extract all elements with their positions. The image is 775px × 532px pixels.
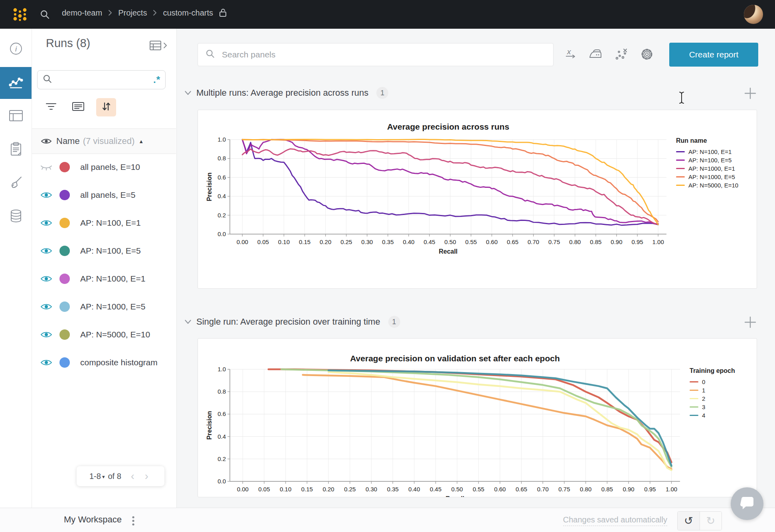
eye-icon[interactable]: [40, 219, 52, 227]
run-name[interactable]: AP: N=5000, E=10: [80, 330, 150, 339]
svg-text:0.40: 0.40: [408, 486, 420, 493]
workspace-name[interactable]: My Workspace: [64, 514, 122, 525]
svg-text:Precision: Precision: [206, 411, 213, 439]
svg-text:0.90: 0.90: [611, 238, 622, 245]
run-name[interactable]: all panels, E=5: [80, 190, 135, 200]
run-row[interactable]: AP: N=1000, E=1: [32, 265, 176, 293]
run-row[interactable]: composite histogram: [32, 349, 176, 376]
add-panel-button[interactable]: [744, 87, 757, 101]
runs-table-toggle[interactable]: [149, 40, 168, 53]
svg-text:0.15: 0.15: [301, 486, 313, 493]
undo-button[interactable]: ↺: [678, 512, 700, 530]
user-avatar[interactable]: [744, 5, 763, 24]
chevron-down-icon[interactable]: [184, 91, 192, 95]
display-options-button[interactable]: [68, 98, 88, 116]
prev-page-button[interactable]: ‹: [131, 470, 134, 483]
search-panels-input[interactable]: [221, 49, 502, 60]
workspace-menu-button[interactable]: [132, 515, 135, 528]
panel-card-avg-precision-across-runs[interactable]: Average precision across runs 0.000.050.…: [198, 110, 757, 289]
undo-redo-group: ↺ ↻: [677, 511, 722, 530]
run-row[interactable]: AP: N=1000, E=5: [32, 293, 176, 321]
svg-text:1.00: 1.00: [652, 238, 664, 245]
x-axis-settings-button[interactable]: x: [560, 45, 581, 65]
breadcrumb: demo-team Projects custom-charts: [62, 8, 227, 18]
run-row[interactable]: all panels, E=5: [32, 181, 176, 209]
eye-icon[interactable]: [40, 330, 52, 339]
autosave-status[interactable]: Changes saved automatically: [563, 515, 667, 526]
search-icon[interactable]: [40, 9, 50, 22]
outliers-button[interactable]: [611, 45, 632, 65]
svg-text:0.25: 0.25: [340, 238, 352, 245]
svg-text:Recall: Recall: [445, 495, 464, 497]
svg-text:0.50: 0.50: [445, 238, 456, 245]
eye-icon[interactable]: [40, 191, 52, 199]
page-size-caret-icon: ▾: [102, 474, 105, 480]
legend-label: AP: N=5000, E=10: [688, 182, 738, 189]
next-page-button[interactable]: ›: [145, 470, 148, 483]
legend-item: AP: N=100, E=5: [676, 156, 738, 164]
run-row[interactable]: AP: N=5000, E=10: [32, 321, 176, 349]
filter-button[interactable]: [41, 98, 61, 116]
run-name[interactable]: AP: N=100, E=1: [80, 218, 141, 228]
run-name[interactable]: composite histogram: [80, 358, 158, 367]
svg-text:Precision: Precision: [206, 172, 213, 201]
redo-button[interactable]: ↻: [700, 512, 722, 530]
runs-search-box[interactable]: .*: [37, 70, 166, 89]
legend-item: AP: N=1000, E=5: [676, 173, 738, 181]
run-name[interactable]: all panels, E=10: [80, 162, 140, 172]
panel-card-avg-precision-per-epoch[interactable]: Average precision on validation set afte…: [198, 338, 757, 497]
section-header-multiple-runs: Multiple runs: Average precision across …: [184, 87, 388, 99]
eye-icon[interactable]: [40, 246, 52, 255]
rail-item-panels[interactable]: [0, 100, 32, 132]
rail-item-artifacts[interactable]: [0, 201, 32, 233]
svg-text:0.85: 0.85: [590, 238, 601, 245]
svg-text:0.8: 0.8: [217, 388, 226, 395]
chart-legend: Run name AP: N=100, E=1AP: N=100, E=5AP:…: [676, 137, 738, 189]
svg-text:0.40: 0.40: [403, 238, 414, 245]
section-title[interactable]: Multiple runs: Average precision across …: [196, 88, 368, 98]
wandb-logo-icon[interactable]: [12, 6, 28, 24]
runs-name-header[interactable]: Name (7 visualized) ▲: [32, 128, 176, 154]
rail-item-info[interactable]: i: [0, 33, 32, 65]
eye-icon[interactable]: [40, 302, 52, 311]
run-row[interactable]: AP: N=100, E=5: [32, 237, 176, 265]
run-row[interactable]: all panels, E=10: [32, 153, 176, 181]
runs-title: Runs (8): [46, 37, 90, 50]
rail-item-sweeps[interactable]: [0, 167, 32, 199]
eye-icon[interactable]: [40, 274, 52, 283]
chevron-right-icon: [108, 9, 113, 16]
svg-text:0.50: 0.50: [451, 486, 463, 493]
breadcrumb-project-name[interactable]: custom-charts: [163, 8, 213, 18]
run-row[interactable]: AP: N=100, E=1: [32, 209, 176, 237]
sort-button[interactable]: [96, 98, 116, 116]
add-panel-button[interactable]: [744, 316, 757, 330]
breadcrumb-projects[interactable]: Projects: [118, 8, 147, 18]
chart-title: Average precision on validation set afte…: [230, 354, 680, 363]
legend-swatch: [676, 160, 685, 161]
rail-item-notes[interactable]: [0, 134, 32, 166]
legend-item: 3: [690, 403, 735, 411]
rail-item-workspace-charts[interactable]: [0, 67, 32, 99]
create-report-button[interactable]: Create report: [669, 43, 758, 67]
eye-closed-icon[interactable]: [40, 163, 52, 171]
legend-swatch: [690, 415, 698, 416]
run-name[interactable]: AP: N=100, E=5: [80, 246, 141, 256]
clipboard-icon: [9, 142, 23, 158]
svg-text:0.65: 0.65: [516, 486, 527, 493]
chart-legend: Training epoch 01234: [690, 367, 735, 420]
chat-bubble-icon: [739, 496, 755, 512]
smoothing-button[interactable]: [585, 45, 606, 65]
legend-item: 4: [690, 411, 735, 420]
support-chat-button[interactable]: [731, 487, 763, 520]
page-range[interactable]: 1-8: [89, 472, 101, 481]
svg-text:0.4: 0.4: [217, 193, 226, 199]
run-name[interactable]: AP: N=1000, E=5: [80, 302, 145, 311]
run-name[interactable]: AP: N=1000, E=1: [80, 274, 145, 284]
workspace-settings-button[interactable]: [637, 45, 657, 65]
regex-toggle-icon[interactable]: .*: [153, 74, 160, 85]
section-title[interactable]: Single run: Average precision over train…: [196, 317, 380, 327]
legend-item: 0: [690, 378, 735, 386]
eye-icon[interactable]: [40, 358, 52, 367]
chevron-down-icon[interactable]: [184, 319, 192, 324]
breadcrumb-team[interactable]: demo-team: [62, 8, 102, 18]
